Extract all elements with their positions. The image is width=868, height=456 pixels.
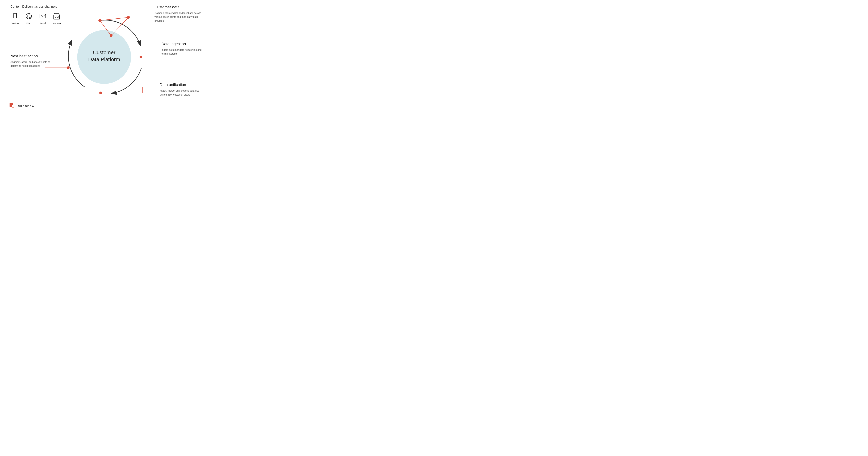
center-text-line1: Customer [93,50,116,55]
credera-name: CREDERA [18,105,34,108]
credera-logo-icon [9,103,16,109]
page-container: Content Delivery across channels Devices [0,0,217,114]
credera-logo: CREDERA [9,103,34,109]
center-text-line2: Data Platform [88,56,120,62]
triangle-line-top [100,18,128,21]
diagram-svg: Customer Data Platform [0,0,217,114]
credera-square-inner [12,105,14,107]
